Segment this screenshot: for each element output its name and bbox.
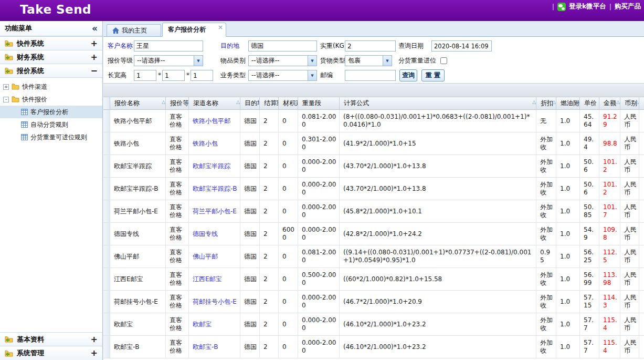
sidebar-item-basic-data[interactable]: 基本资料 + xyxy=(0,333,102,346)
sidebar-item-finance-system[interactable]: 财务系统 + xyxy=(0,50,102,64)
row-indicator[interactable] xyxy=(103,291,110,313)
customer-name-input[interactable] xyxy=(134,40,203,52)
column-header-discount[interactable]: 折扣△ xyxy=(536,97,556,109)
item-category-select[interactable]: --请选择-- ▼ xyxy=(248,55,317,66)
row-indicator[interactable] xyxy=(103,336,110,358)
cell-amount: 101.2 xyxy=(599,178,620,200)
channel-link[interactable]: 德国专线 xyxy=(193,230,218,238)
sort-ascending-icon[interactable]: △ xyxy=(185,99,188,105)
cell-discount: 外加收 xyxy=(536,313,556,335)
channel-link[interactable]: 佛山平邮 xyxy=(193,253,218,261)
cell-fuel: 1.0 xyxy=(556,155,580,177)
cell-clipped xyxy=(639,223,642,245)
column-header-grade[interactable]: 报价等级△ xyxy=(166,97,189,109)
cell-channel: 欧邮宝半跟踪 xyxy=(189,155,240,177)
cell-value: (43.70*2/1.000)*1.0+13.8 xyxy=(343,185,426,193)
sort-ascending-icon[interactable]: △ xyxy=(236,99,240,105)
row-indicator[interactable] xyxy=(103,200,110,222)
quote-grade-select[interactable]: --请选择-- ▼ xyxy=(134,55,203,66)
buy-product-link[interactable]: 购买产品 xyxy=(615,2,641,11)
split-weight-carry-checkbox[interactable] xyxy=(440,57,447,64)
column-header-channel[interactable]: 渠道名称△ xyxy=(189,97,240,109)
width-input[interactable] xyxy=(162,70,185,81)
search-button[interactable]: 查询 xyxy=(399,69,417,81)
length-input[interactable] xyxy=(134,70,156,81)
channel-link[interactable]: 荷邮挂号小包-E xyxy=(193,298,237,306)
sort-ascending-icon[interactable]: △ xyxy=(162,99,165,105)
column-header-volume-factor[interactable]: 材积系数△ xyxy=(279,97,298,109)
tab-my-homepage[interactable]: 我的主页 xyxy=(107,24,161,37)
sort-ascending-icon[interactable]: △ xyxy=(532,99,536,105)
cell-discount: 外加收 xyxy=(536,268,556,290)
row-indicator[interactable] xyxy=(103,268,110,290)
login-link[interactable]: 登录k微平台 xyxy=(569,2,606,11)
sort-ascending-icon[interactable]: △ xyxy=(552,99,556,105)
cell-destination: 德国 xyxy=(240,245,260,268)
channel-link[interactable]: 欧邮宝半跟踪 xyxy=(193,162,230,170)
tree-node-express-channel[interactable]: + 快件渠道 xyxy=(0,80,102,93)
sort-ascending-icon[interactable]: △ xyxy=(256,99,259,105)
actual-weight-input[interactable] xyxy=(345,40,396,52)
chevron-down-icon[interactable]: ▼ xyxy=(308,56,316,66)
sidebar-collapse-icon[interactable]: « xyxy=(92,24,98,33)
channel-link[interactable]: 欧邮宝半跟踪-B xyxy=(193,185,237,193)
channel-link[interactable]: 铁路小包 xyxy=(193,140,218,148)
sidebar-item-system-management[interactable]: 系统管理 + xyxy=(0,346,102,360)
cell-currency: 人民币 xyxy=(620,268,639,290)
cargo-type-select[interactable]: 包裹 ▼ xyxy=(345,55,392,66)
tree-leaf-auto-split-rules[interactable]: 自动分货规则 xyxy=(0,118,102,131)
sidebar-item-express-system[interactable]: 快件系统 + xyxy=(0,37,102,50)
expand-plus-icon[interactable]: + xyxy=(91,39,98,48)
business-type-select[interactable]: --请选择-- ▼ xyxy=(248,70,317,81)
channel-link[interactable]: 铁路小包平邮 xyxy=(193,117,230,125)
sort-ascending-icon[interactable]: △ xyxy=(635,99,639,105)
channel-link[interactable]: 欧邮宝 xyxy=(193,321,212,328)
expand-plus-icon[interactable]: + xyxy=(91,335,98,344)
chevron-down-icon[interactable]: ▼ xyxy=(194,56,203,66)
tree-node-express-quote[interactable]: - 快件报价 xyxy=(0,93,102,106)
cell-value: 直客价格 xyxy=(170,294,186,310)
tree-leaf-customer-quote-analysis[interactable]: 客户报价分析 xyxy=(0,106,102,118)
zip-code-input[interactable] xyxy=(345,70,396,81)
row-indicator[interactable] xyxy=(103,155,110,177)
row-indicator[interactable] xyxy=(103,110,110,132)
height-input[interactable] xyxy=(191,70,213,81)
channel-link[interactable]: 江西E邮宝 xyxy=(193,275,222,283)
sort-ascending-icon[interactable]: △ xyxy=(275,99,278,105)
column-header-name[interactable]: 报价名称△ xyxy=(110,97,166,109)
cell-value: 2 xyxy=(263,230,268,238)
sort-ascending-icon[interactable]: △ xyxy=(576,99,579,105)
sort-ascending-icon[interactable]: △ xyxy=(616,99,620,105)
row-indicator[interactable] xyxy=(103,132,110,155)
destination-input[interactable] xyxy=(248,40,317,52)
sidebar-item-quote-system[interactable]: 报价系统 − xyxy=(0,64,102,78)
row-indicator[interactable] xyxy=(103,178,110,200)
expand-plus-icon[interactable]: + xyxy=(91,349,98,357)
tree-expander-icon[interactable]: - xyxy=(3,97,9,102)
tree-leaf-split-weight-carry-rules[interactable]: 分货重量可进位规则 xyxy=(0,131,102,143)
column-header-currency[interactable]: 币别△ xyxy=(620,97,639,109)
tree-expander-icon[interactable]: + xyxy=(3,84,9,90)
sort-ascending-icon[interactable]: △ xyxy=(294,99,298,105)
cell-value: (46.10*2/1.000)*1.0+23.2 xyxy=(343,343,426,351)
column-header-formula[interactable]: 计算公式△ xyxy=(340,97,536,109)
query-date-input[interactable] xyxy=(431,40,492,52)
column-header-settle-weight[interactable]: 结算重量△ xyxy=(260,97,279,109)
column-header-fuel[interactable]: 燃油附加△ xyxy=(556,97,580,109)
row-indicator[interactable] xyxy=(103,313,110,335)
chevron-down-icon[interactable]: ▼ xyxy=(308,70,316,80)
channel-link[interactable]: 欧邮宝-B xyxy=(193,343,218,351)
collapse-minus-icon[interactable]: − xyxy=(91,67,98,75)
column-header-destination[interactable]: 目的地△ xyxy=(240,97,260,109)
row-indicator[interactable] xyxy=(103,223,110,245)
chevron-down-icon[interactable]: ▼ xyxy=(383,56,392,66)
column-header-amount[interactable]: 金额△ xyxy=(599,97,620,109)
reset-button[interactable]: 重 置 xyxy=(421,69,445,81)
close-icon[interactable]: × xyxy=(218,24,223,31)
tab-customer-quote-analysis[interactable]: 客户报价分析 × xyxy=(162,23,226,37)
expand-plus-icon[interactable]: + xyxy=(91,53,98,61)
channel-link[interactable]: 荷兰平邮小包-E xyxy=(193,208,237,215)
cell-value: 0.000-2.000 xyxy=(302,339,337,355)
cell-value: 直客价格 xyxy=(170,316,186,332)
row-indicator[interactable] xyxy=(103,245,110,268)
